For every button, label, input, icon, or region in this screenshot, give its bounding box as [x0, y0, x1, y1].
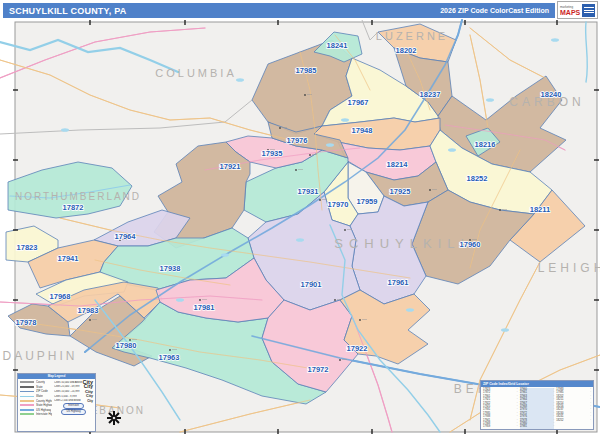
- zip-label-17980: 17980: [116, 341, 137, 350]
- lake: [176, 298, 184, 302]
- zip-index-row: 17981·: [520, 425, 555, 428]
- zip-label-18202: 18202: [396, 46, 417, 55]
- lake: [296, 238, 304, 242]
- zip-label-17985: 17985: [296, 66, 317, 75]
- legend-city-column: Cities 50,000 and AboveCityCities 25,000…: [54, 380, 93, 417]
- zip-label-17968: 17968: [50, 292, 71, 301]
- zip-label-17948: 17948: [352, 126, 373, 135]
- county-label-northumberland: NORTHUMBERLAND: [15, 191, 141, 202]
- logo-text: marketingMAPS: [560, 4, 580, 16]
- zip-label-17922: 17922: [347, 344, 368, 353]
- town-dot: [169, 349, 171, 351]
- lake: [236, 78, 244, 82]
- town-dot: [319, 199, 321, 201]
- zip-index-row: 18252·: [556, 419, 591, 422]
- town-dot: [295, 169, 297, 171]
- map-legend: Map Legend CountyStateZIP CodeWaterCount…: [17, 373, 96, 432]
- zip-index-box: ZIP Code Index/Grid Locator 17823·17872·…: [480, 380, 594, 430]
- town-dot: [334, 299, 336, 301]
- county-label-lehigh: LEHIGH: [538, 261, 600, 275]
- county-label-columbia: COLUMBIA: [155, 67, 236, 79]
- lake: [448, 148, 456, 152]
- town-dot: [344, 229, 346, 231]
- lake: [486, 98, 494, 102]
- zip-label-17967: 17967: [348, 98, 369, 107]
- zip-label-18252: 18252: [467, 174, 488, 183]
- zip-label-17960: 17960: [460, 240, 481, 249]
- zip-index-column: 17823·17872·17901·17921·17922·17925·1793…: [483, 388, 518, 429]
- zip-label-17823: 17823: [17, 243, 38, 252]
- zip-label-18240: 18240: [541, 90, 562, 99]
- compass-star-icon: [107, 411, 121, 425]
- lake: [501, 328, 509, 332]
- zip-label-17983: 17983: [78, 306, 99, 315]
- logo-mark-icon: [582, 4, 595, 17]
- town-dot: [304, 94, 306, 96]
- zip-label-17964: 17964: [115, 232, 137, 241]
- zip-index-row: 17959·: [483, 425, 518, 428]
- lake: [551, 38, 559, 42]
- zip-label-17959: 17959: [357, 197, 378, 206]
- county-label-dauphin: DAUPHIN: [2, 349, 77, 363]
- zip-label-17970: 17970: [328, 200, 349, 209]
- town-dot: [199, 299, 201, 301]
- zip-label-17941: 17941: [58, 254, 79, 263]
- lake: [326, 143, 334, 147]
- zip-label-17976: 17976: [287, 136, 308, 145]
- zip-label-18241: 18241: [327, 41, 348, 50]
- zip-label-17935: 17935: [262, 149, 283, 158]
- zip-label-18211: 18211: [530, 205, 550, 214]
- zip-label-18214: 18214: [387, 160, 409, 169]
- zip-label-18237: 18237: [420, 90, 441, 99]
- zip-label-17961: 17961: [388, 278, 409, 287]
- lake: [61, 128, 69, 132]
- town-dot: [89, 319, 91, 321]
- zip-index-column: 17983·17985·18202·18211·18214·18216·1823…: [556, 388, 591, 429]
- zip-label-17901: 17901: [301, 280, 322, 289]
- map-canvas[interactable]: COLUMBIALUZERNECARBONLEHIGHNORTHUMBERLAN…: [0, 0, 600, 435]
- county-label-schuylkill: SCHUYLKILL: [334, 236, 473, 251]
- zip-label-17921: 17921: [220, 162, 241, 171]
- lake: [406, 308, 414, 312]
- legend-boundary-column: CountyStateZIP CodeWaterCounty HighwaySt…: [20, 380, 52, 417]
- zip-label-18216: 18216: [475, 140, 496, 149]
- lake: [341, 118, 349, 122]
- zip-label-17931: 17931: [298, 187, 319, 196]
- zip-label-17963: 17963: [159, 353, 180, 362]
- map-page: SCHUYLKILL COUNTY, PA 2026 ZIP Code Colo…: [0, 0, 600, 435]
- zip-label-17872: 17872: [63, 203, 84, 212]
- town-dot: [499, 209, 501, 211]
- county-label-luzerne: LUZERNE: [376, 30, 448, 42]
- zip-label-17978: 17978: [16, 318, 37, 327]
- publisher-logo: marketingMAPS: [557, 1, 598, 19]
- zip-index-table: 17823·17872·17901·17921·17922·17925·1793…: [481, 387, 593, 430]
- town-dot: [309, 154, 311, 156]
- town-dot: [359, 319, 361, 321]
- zip-label-17925: 17925: [390, 187, 411, 196]
- county-zip-map[interactable]: COLUMBIALUZERNECARBONLEHIGHNORTHUMBERLAN…: [0, 0, 600, 435]
- zip-label-17981: 17981: [194, 303, 215, 312]
- zip-label-17972: 17972: [308, 365, 329, 374]
- zip-index-column: 17960·17961·17963·17964·17967·17968·1797…: [520, 388, 555, 429]
- legend-highway-shield: US Highway: [54, 409, 93, 415]
- town-dot: [339, 359, 341, 361]
- lake: [221, 253, 229, 257]
- zip-label-17938: 17938: [160, 264, 181, 273]
- town-dot: [279, 127, 281, 129]
- legend-road-item: Interstate Highway: [20, 412, 52, 417]
- town-dot: [429, 189, 431, 191]
